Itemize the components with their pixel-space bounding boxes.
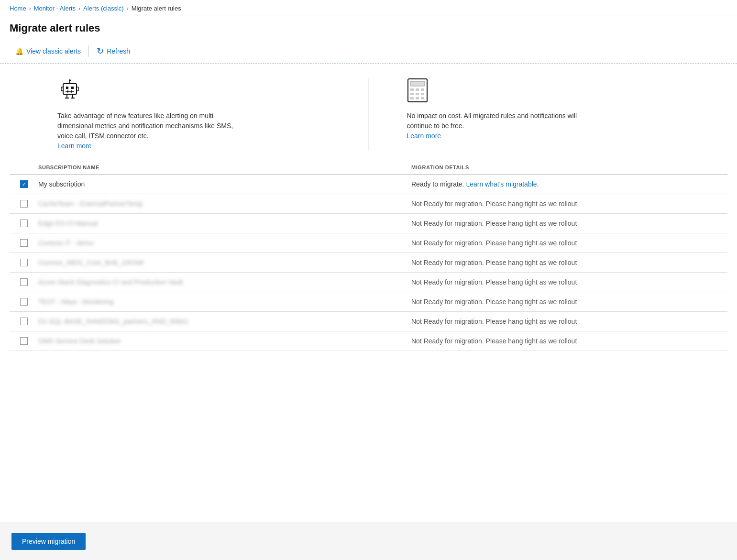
svg-rect-21 — [421, 93, 424, 95]
bell-icon: 🔔 — [15, 47, 23, 55]
checkbox-col-header — [10, 165, 38, 170]
svg-rect-8 — [61, 87, 63, 91]
checkbox-cell-0[interactable]: ✓ — [10, 180, 38, 188]
checkbox-0[interactable]: ✓ — [20, 180, 28, 188]
checkbox-cell-2[interactable] — [10, 220, 38, 227]
subscriptions-table: SUBSCRIPTION NAME MIGRATION DETAILS ✓ My… — [0, 161, 737, 351]
info-card-robot: Take advantage of new features like aler… — [10, 78, 369, 151]
subscription-name-8: OMS Service Desk Solution — [38, 337, 411, 345]
toolbar: 🔔 View classic alerts ↻ Refresh — [0, 39, 737, 64]
checkbox-6[interactable] — [20, 298, 28, 306]
checkbox-cell-7[interactable] — [10, 318, 38, 325]
migration-details-6: Not Ready for migration. Please hang tig… — [411, 298, 727, 306]
checkbox-7[interactable] — [20, 318, 28, 325]
svg-rect-0 — [63, 84, 77, 94]
view-classic-alerts-label: View classic alerts — [26, 47, 81, 55]
checkbox-3[interactable] — [20, 239, 28, 247]
page-title: Migrate alert rules — [10, 22, 727, 34]
table-row: Cosmos_WDG_Core_BnB_100348 Not Ready for… — [10, 253, 727, 273]
calc-icon-container — [407, 78, 709, 104]
subscription-name-5: Azure Stack Diagnostics CI and Productio… — [38, 278, 411, 286]
learn-more-link-2[interactable]: Learn more — [407, 132, 441, 140]
checkbox-8[interactable] — [20, 337, 28, 345]
subscription-name-7: D1-SQL-BASE_RANDOM1_partners_RND_60841 — [38, 318, 411, 325]
subscription-name-3: Contoso IT - demo — [38, 239, 411, 247]
table-row: ✓ My subscription Ready to migrate. Lear… — [10, 175, 727, 194]
refresh-icon: ↻ — [97, 46, 104, 56]
svg-rect-20 — [416, 93, 419, 95]
checkbox-cell-5[interactable] — [10, 278, 38, 286]
subscription-name-6: TEST - Nitya - Monitoring — [38, 298, 411, 306]
calculator-icon — [407, 78, 428, 103]
card-text-robot: Take advantage of new features like aler… — [57, 111, 239, 151]
breadcrumb-sep-3: › — [127, 5, 129, 12]
breadcrumb-monitor-alerts[interactable]: Monitor - Alerts — [34, 5, 76, 12]
subscription-name-2: Edge ES-CI-Manual — [38, 220, 411, 227]
svg-rect-19 — [410, 93, 414, 95]
svg-rect-16 — [410, 88, 414, 91]
table-row: OMS Service Desk Solution Not Ready for … — [10, 331, 727, 351]
svg-rect-24 — [421, 97, 424, 99]
subscription-name-0: My subscription — [38, 180, 411, 188]
migration-details-1: Not Ready for migration. Please hang tig… — [411, 200, 727, 208]
migration-details-7: Not Ready for migration. Please hang tig… — [411, 318, 727, 325]
migration-details-2: Not Ready for migration. Please hang tig… — [411, 220, 727, 227]
checkbox-cell-6[interactable] — [10, 298, 38, 306]
subscription-name-col-header: SUBSCRIPTION NAME — [38, 165, 411, 170]
migration-details-col-header: MIGRATION DETAILS — [411, 165, 727, 170]
subscription-name-1: CacheTeam - ExternalPartnerTemp — [38, 200, 411, 208]
svg-rect-23 — [416, 97, 419, 99]
checkbox-4[interactable] — [20, 259, 28, 266]
migration-details-0: Ready to migrate. Learn what's migratabl… — [411, 180, 727, 188]
migration-details-5: Not Ready for migration. Please hang tig… — [411, 278, 727, 286]
learn-more-link-1[interactable]: Learn more — [57, 142, 92, 150]
table-header: SUBSCRIPTION NAME MIGRATION DETAILS — [10, 161, 727, 175]
checkbox-1[interactable] — [20, 200, 28, 208]
breadcrumb-current: Migrate alert rules — [132, 5, 181, 12]
svg-point-7 — [69, 79, 71, 81]
table-row: CacheTeam - ExternalPartnerTemp Not Read… — [10, 194, 727, 214]
migration-details-4: Not Ready for migration. Please hang tig… — [411, 259, 727, 266]
checkbox-2[interactable] — [20, 220, 28, 227]
checkmark-icon-0: ✓ — [22, 182, 26, 187]
migration-details-3: Not Ready for migration. Please hang tig… — [411, 239, 727, 247]
refresh-button[interactable]: ↻ Refresh — [91, 43, 136, 59]
preview-migration-button[interactable]: Preview migration — [11, 533, 86, 550]
checkbox-cell-1[interactable] — [10, 200, 38, 208]
checkbox-5[interactable] — [20, 278, 28, 286]
refresh-label: Refresh — [107, 47, 130, 55]
checkbox-cell-8[interactable] — [10, 337, 38, 345]
table-row: Azure Stack Diagnostics CI and Productio… — [10, 273, 727, 292]
svg-rect-18 — [421, 88, 424, 91]
robot-icon-container — [57, 78, 349, 104]
svg-rect-17 — [416, 88, 419, 91]
table-row: TEST - Nitya - Monitoring Not Ready for … — [10, 292, 727, 312]
table-row: Contoso IT - demo Not Ready for migratio… — [10, 233, 727, 253]
breadcrumb-sep-2: › — [78, 5, 80, 12]
learn-migratable-link-0[interactable]: Learn what's migratable. — [466, 180, 539, 188]
view-classic-alerts-button[interactable]: 🔔 View classic alerts — [10, 44, 87, 58]
svg-rect-15 — [410, 81, 425, 86]
info-card-calculator: No impact on cost. All migrated rules an… — [369, 78, 728, 151]
svg-rect-2 — [71, 87, 74, 89]
footer-bar: Preview migration — [0, 522, 737, 560]
table-row: D1-SQL-BASE_RANDOM1_partners_RND_60841 N… — [10, 312, 727, 331]
checkbox-cell-3[interactable] — [10, 239, 38, 247]
page-header: Migrate alert rules — [0, 15, 737, 39]
checkbox-cell-4[interactable] — [10, 259, 38, 266]
svg-rect-1 — [66, 87, 68, 89]
breadcrumb-sep-1: › — [29, 5, 31, 12]
robot-icon — [57, 78, 82, 103]
table-row: Edge ES-CI-Manual Not Ready for migratio… — [10, 214, 727, 233]
ready-text-0: Ready to migrate. — [411, 180, 464, 188]
migration-details-8: Not Ready for migration. Please hang tig… — [411, 337, 727, 345]
subscription-name-4: Cosmos_WDG_Core_BnB_100348 — [38, 259, 411, 266]
svg-rect-9 — [77, 87, 78, 91]
svg-rect-22 — [410, 97, 414, 99]
breadcrumb-alerts-classic[interactable]: Alerts (classic) — [83, 5, 124, 12]
info-cards-section: Take advantage of new features like aler… — [0, 64, 737, 161]
breadcrumb: Home › Monitor - Alerts › Alerts (classi… — [0, 0, 737, 15]
toolbar-divider — [88, 45, 89, 57]
breadcrumb-home[interactable]: Home — [10, 5, 26, 12]
card-text-calculator: No impact on cost. All migrated rules an… — [407, 111, 589, 141]
